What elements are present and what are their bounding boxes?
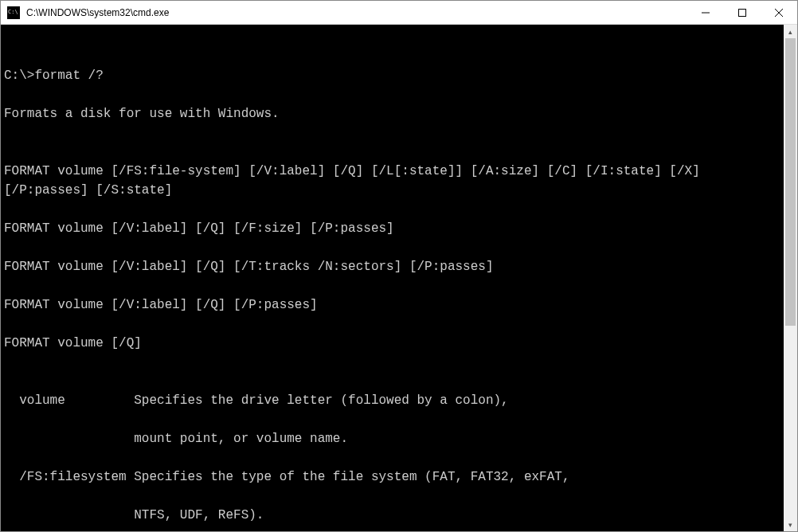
syntax-line: FORMAT volume [/V:label] [/Q] [/P:passes… — [4, 295, 784, 315]
scrollbar-thumb[interactable] — [785, 38, 796, 326]
output-line: Formats a disk for use with Windows. — [4, 104, 784, 123]
syntax-line: FORMAT volume [/V:label] [/Q] [/T:tracks… — [4, 257, 784, 276]
scroll-up-arrow[interactable]: ▴ — [784, 25, 797, 38]
option-line: /FS:filesystem Specifies the type of the… — [4, 467, 784, 487]
scrollbar-track[interactable] — [784, 38, 797, 518]
close-icon — [775, 9, 783, 17]
titlebar[interactable]: C:\WINDOWS\system32\cmd.exe — [1, 1, 797, 25]
syntax-line: FORMAT volume [/FS:file-system] [/V:labe… — [4, 162, 784, 200]
scroll-down-arrow[interactable]: ▾ — [784, 518, 797, 531]
option-line: NTFS, UDF, ReFS). — [4, 506, 784, 525]
cmd-icon — [7, 6, 20, 19]
minimize-button[interactable] — [687, 1, 724, 24]
cmd-window: C:\WINDOWS\system32\cmd.exe C:\>format /… — [0, 0, 798, 532]
maximize-button[interactable] — [724, 1, 761, 24]
window-title: C:\WINDOWS\system32\cmd.exe — [25, 7, 687, 18]
vertical-scrollbar[interactable]: ▴ ▾ — [784, 25, 797, 531]
prompt-line: C:\>format /? — [4, 66, 784, 85]
close-button[interactable] — [761, 1, 797, 24]
option-line: volume Specifies the drive letter (follo… — [4, 391, 784, 410]
maximize-icon — [738, 9, 746, 17]
terminal-output[interactable]: C:\>format /? Formats a disk for use wit… — [1, 25, 784, 531]
syntax-line: FORMAT volume [/Q] — [4, 334, 784, 353]
option-line: mount point, or volume name. — [4, 429, 784, 448]
syntax-line: FORMAT volume [/V:label] [/Q] [/F:size] … — [4, 219, 784, 238]
svg-rect-1 — [739, 9, 746, 16]
minimize-icon — [702, 9, 710, 17]
window-controls — [687, 1, 797, 24]
terminal-area: C:\>format /? Formats a disk for use wit… — [1, 25, 797, 531]
